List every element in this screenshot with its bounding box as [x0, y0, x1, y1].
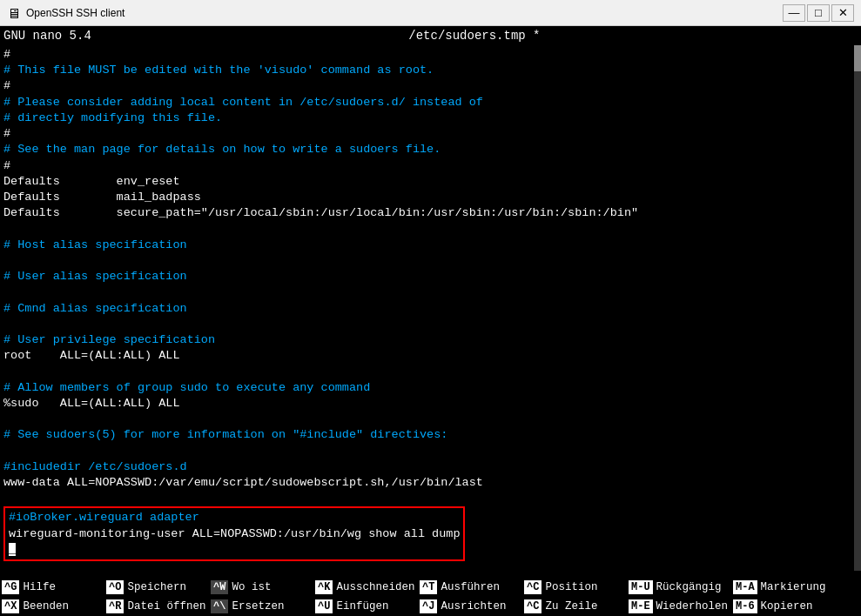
line-23: %sudo ALL=(ALL:ALL) ALL — [3, 397, 180, 410]
nano-header: GNU nano 5.4 /etc/sudoers.tmp * — [0, 26, 861, 45]
shortcut-key-pos: ^C — [524, 580, 541, 594]
close-button[interactable]: ✕ — [831, 4, 854, 22]
cursor: _ — [9, 543, 16, 556]
shortcut-key-quit: ^X — [2, 599, 19, 613]
editor-area[interactable]: # # This file MUST be edited with the 'v… — [0, 45, 861, 571]
shortcut-mark: M-A Markierung — [731, 580, 836, 594]
shortcut-label-quit: Beenden — [23, 600, 69, 613]
line-4: # Please consider adding local content i… — [3, 96, 483, 109]
shortcut-label-help: Hilfe — [23, 581, 56, 593]
line-19: # User privilege specification — [3, 333, 215, 346]
shortcut-label-where: Wo ist — [232, 581, 271, 593]
minimize-button[interactable]: — — [783, 4, 805, 22]
shortcut-paste: ^U Einfügen — [313, 599, 418, 613]
shortcut-key-save: ^O — [106, 580, 124, 594]
shortcut-where: ^W Wo ist — [209, 580, 313, 594]
shortcut-label-pos: Position — [545, 581, 597, 593]
line-22: # Allow members of group sudo to execute… — [3, 381, 370, 394]
line-3: # — [3, 79, 10, 92]
shortcut-align: ^J Ausrichten — [418, 599, 522, 613]
shortcut-key-align: ^J — [420, 599, 437, 613]
editor-content: # # This file MUST be edited with the 'v… — [3, 47, 858, 561]
shortcut-open: ^R Datei öffnen — [104, 599, 209, 613]
shortcut-redo: M-E Wiederholen — [627, 599, 731, 613]
shortcut-key-paste: ^U — [315, 599, 333, 613]
status-bar — [0, 571, 861, 578]
shortcut-label-open: Datei öffnen — [127, 600, 205, 613]
shortcuts-row-2: ^X Beenden ^R Datei öffnen ^\ Ersetzen ^… — [0, 597, 861, 616]
line-15: # User alias specification — [3, 270, 187, 283]
ioBroker-comment: #ioBroker.wireguard adapter — [9, 511, 199, 524]
app-icon: 🖥 — [7, 6, 21, 20]
title-bar-left: 🖥 OpenSSH SSH client — [7, 6, 124, 20]
shortcut-key-help: ^G — [2, 580, 19, 594]
shortcut-label-mark: Markierung — [761, 581, 826, 593]
shortcut-label-save: Speichern — [127, 581, 186, 593]
line-25: # See sudoers(5) for more information on… — [3, 428, 447, 441]
shortcut-key-open: ^R — [106, 599, 124, 613]
line-28: www-data ALL=NOPASSWD:/var/emu/script/su… — [3, 476, 483, 489]
wireguard-rule: wireguard-monitoring-user ALL=NOPASSWD:/… — [9, 527, 460, 540]
line-27: #includedir /etc/sudoers.d — [3, 460, 187, 473]
shortcut-label-replace: Ersetzen — [232, 600, 284, 613]
maximize-button[interactable]: □ — [807, 4, 830, 22]
shortcut-copy: M-6 Kopieren — [731, 599, 836, 613]
window-title: OpenSSH SSH client — [26, 7, 124, 19]
shortcut-key-mark: M-A — [733, 580, 757, 594]
shortcut-label-toline: Zu Zeile — [545, 600, 597, 613]
scrollbar[interactable] — [854, 45, 861, 571]
shortcut-label-copy: Kopieren — [761, 600, 813, 613]
nano-version: GNU nano 5.4 — [3, 29, 91, 43]
shortcut-label-paste: Einfügen — [336, 600, 388, 613]
file-name: /etc/sudoers.tmp * — [408, 29, 540, 43]
shortcut-key-replace: ^\ — [211, 599, 228, 613]
line-10: Defaults mail_badpass — [3, 191, 201, 204]
shortcut-exec: ^T Ausführen — [418, 580, 522, 594]
shortcut-label-cut: Ausschneiden — [336, 581, 414, 593]
shortcut-toline: ^C Zu Zeile — [522, 599, 627, 613]
shortcut-key-cut: ^K — [315, 580, 333, 594]
window: 🖥 OpenSSH SSH client — □ ✕ GNU nano 5.4 … — [0, 0, 861, 616]
shortcut-label-exec: Ausführen — [441, 581, 500, 593]
shortcut-save: ^O Speichern — [104, 580, 209, 594]
shortcut-key-redo: M-E — [629, 599, 653, 613]
shortcut-undo: M-U Rückgängig — [627, 580, 731, 594]
line-20: root ALL=(ALL:ALL) ALL — [3, 349, 180, 362]
line-13: # Host alias specification — [3, 238, 187, 251]
window-controls: — □ ✕ — [783, 4, 854, 22]
shortcut-pos: ^C Position — [522, 580, 627, 594]
shortcut-key-copy: M-6 — [733, 599, 757, 613]
highlighted-block: #ioBroker.wireguard adapter wireguard-mo… — [3, 506, 465, 561]
line-6: # — [3, 127, 10, 140]
shortcuts-row-1: ^G Hilfe ^O Speichern ^W Wo ist ^K Aussc… — [0, 578, 861, 597]
title-bar: 🖥 OpenSSH SSH client — □ ✕ — [0, 0, 861, 26]
shortcut-key-undo: M-U — [629, 580, 653, 594]
shortcuts-bar: ^G Hilfe ^O Speichern ^W Wo ist ^K Aussc… — [0, 578, 861, 616]
shortcut-cut: ^K Ausschneiden — [313, 580, 418, 594]
shortcut-key-exec: ^T — [420, 580, 437, 594]
shortcut-label-undo: Rückgängig — [656, 581, 722, 593]
line-7: # See the man page for details on how to… — [3, 143, 441, 156]
scrollbar-thumb[interactable] — [854, 45, 861, 71]
line-8: # — [3, 159, 10, 172]
line-17: # Cmnd alias specification — [3, 302, 187, 315]
line-2: # This file MUST be edited with the 'vis… — [3, 64, 434, 77]
line-1: # — [3, 48, 10, 61]
shortcut-label-redo: Wiederholen — [656, 600, 729, 613]
shortcut-quit: ^X Beenden — [0, 599, 104, 613]
line-9: Defaults env_reset — [3, 175, 180, 188]
line-5: # directly modifying this file. — [3, 111, 222, 124]
line-11: Defaults secure_path="/usr/local/sbin:/u… — [3, 206, 638, 219]
shortcut-replace: ^\ Ersetzen — [209, 599, 313, 613]
shortcut-help: ^G Hilfe — [0, 580, 104, 594]
shortcut-label-align: Ausrichten — [441, 600, 506, 613]
shortcut-key-where: ^W — [211, 580, 228, 594]
shortcut-key-toline: ^C — [524, 599, 541, 613]
